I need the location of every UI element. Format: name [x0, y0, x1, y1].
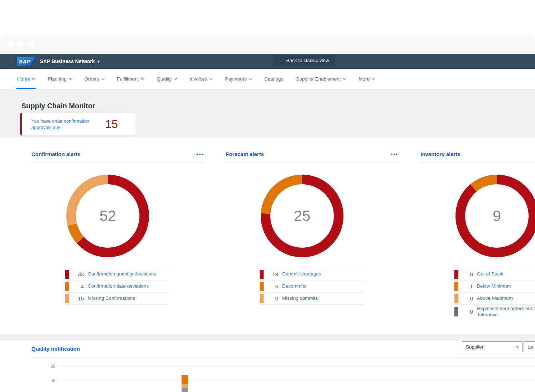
nav-item-label: Supplier Enablement	[296, 76, 341, 82]
main-nav: Home Planning Orders Fulfillment Quality…	[17, 69, 374, 89]
nav-item-orders[interactable]: Orders	[85, 69, 104, 89]
timeframe-filter-value: La	[528, 344, 533, 350]
chevron-down-icon	[32, 77, 36, 80]
section-header: Forecast alerts •••	[226, 146, 398, 163]
legend-row: 6 Decommits	[260, 280, 364, 293]
alert-section: Forecast alerts ••• 25 19 Commit shortag…	[216, 138, 398, 334]
order-confirmation-approvals-card[interactable]: You have order confirmation approvals du…	[20, 113, 136, 135]
gridline	[58, 381, 535, 381]
section-title-link[interactable]: Confirmation alerts	[31, 151, 81, 157]
stacked-bar-segment[interactable]	[182, 384, 188, 388]
quality-notification-title[interactable]: Quality notification	[31, 346, 80, 352]
legend-color-chip	[454, 282, 458, 291]
legend-count: 19	[268, 271, 278, 277]
donut-total-value: 9	[493, 207, 501, 225]
legend-count: 6	[268, 283, 278, 289]
nav-item-supplier-enablement[interactable]: Supplier Enablement	[296, 69, 346, 89]
nav-item-label: Planning	[48, 76, 67, 82]
chevron-down-icon	[343, 77, 346, 80]
shell-bar: SAP SAP Business Network ▾ ← Back to cla…	[0, 54, 535, 69]
nav-item-payments[interactable]: Payments	[225, 69, 251, 89]
window-control-dot[interactable]	[7, 41, 14, 47]
back-arrow-icon: ←	[279, 58, 284, 63]
legend-color-chip	[65, 282, 69, 291]
legend-color-chip	[65, 294, 69, 303]
back-to-classic-view-button[interactable]: ← Back to classic view	[273, 55, 335, 66]
nav-item-more[interactable]: More	[359, 69, 375, 89]
chevron-down-icon	[516, 344, 519, 348]
legend-link[interactable]: Above Maximum	[477, 295, 535, 301]
legend-row: 33 Confirmation quantity deviations	[65, 268, 169, 280]
section-header: Inventory alerts	[421, 146, 535, 163]
timeframe-filter-select[interactable]: La	[524, 341, 535, 352]
legend-row: 0 Missing commits	[260, 293, 364, 305]
donut-total-value: 25	[294, 207, 311, 225]
nav-bar: Home Planning Orders Fulfillment Quality…	[0, 69, 535, 89]
nav-item-label: Invoices	[189, 76, 207, 82]
chevron-down-icon	[141, 77, 144, 80]
supplier-filter-value: Supplier	[466, 344, 484, 350]
alert-legend: 19 Commit shortages 6 Decommits 0 Missin…	[260, 268, 364, 305]
donut-hole: 9	[465, 184, 529, 248]
stacked-bar-segment[interactable]	[182, 375, 188, 384]
stacked-bar-segment[interactable]	[182, 388, 188, 392]
alert-section: Confirmation alerts ••• 52 33 Confirmati…	[21, 138, 204, 334]
nav-item-invoices[interactable]: Invoices	[189, 69, 212, 89]
approvals-due-link[interactable]: You have order confirmation approvals du…	[31, 118, 101, 130]
gridline	[58, 366, 535, 367]
legend-link[interactable]: Missing commits	[282, 295, 364, 301]
y-axis-tick-label: 60	[45, 364, 55, 369]
supplier-filter-select[interactable]: Supplier	[462, 341, 523, 352]
legend-count: 0	[268, 295, 278, 301]
donut-hole: 25	[270, 184, 334, 248]
legend-link[interactable]: Below Minimum	[477, 283, 535, 289]
legend-link[interactable]: Confirmation quantity deviations	[88, 271, 169, 277]
donut-chart[interactable]: 52	[66, 175, 149, 257]
nav-item-catalogs[interactable]: Catalogs	[264, 69, 283, 89]
nav-item-planning[interactable]: Planning	[48, 69, 72, 89]
chevron-down-icon	[248, 77, 252, 80]
nav-item-label: Home	[17, 76, 30, 82]
product-switcher[interactable]: SAP Business Network ▾	[40, 54, 100, 69]
legend-color-chip	[260, 282, 264, 291]
nav-item-quality[interactable]: Quality	[157, 69, 177, 89]
legend-link[interactable]: Missing Confirmations	[88, 295, 169, 301]
legend-count: 15	[73, 295, 84, 301]
alert-legend: 33 Confirmation quantity deviations 4 Co…	[65, 268, 169, 305]
donut-chart[interactable]: 25	[261, 175, 343, 257]
overflow-menu-icon[interactable]: •••	[196, 151, 204, 157]
legend-link[interactable]: Replenishment orders out of Tolerance	[477, 306, 535, 318]
quality-section-divider	[31, 357, 535, 357]
chevron-down-icon	[174, 77, 177, 80]
overflow-menu-icon[interactable]: •••	[391, 151, 398, 157]
legend-color-chip	[260, 294, 264, 303]
legend-row: 0 Replenishment orders out of Tolerance	[454, 305, 535, 319]
legend-link[interactable]: Commit shortages	[282, 271, 364, 277]
donut-chart[interactable]: 9	[455, 175, 535, 257]
legend-count: 8	[462, 271, 473, 277]
nav-item-fulfillment[interactable]: Fulfillment	[117, 69, 144, 89]
nav-item-label: Quality	[157, 76, 172, 82]
legend-row: 4 Confirmation date deviations	[65, 280, 169, 293]
nav-item-label: Orders	[85, 76, 99, 82]
legend-link[interactable]: Decommits	[282, 283, 364, 289]
nav-item-label: Catalogs	[264, 76, 283, 82]
section-title-link[interactable]: Forecast alerts	[226, 151, 264, 157]
nav-item-label: More	[359, 76, 370, 82]
chevron-down-icon	[101, 77, 105, 80]
section-title-link[interactable]: Inventory alerts	[421, 151, 460, 157]
window-control-dot[interactable]	[17, 41, 24, 47]
legend-link[interactable]: Out of Stock	[477, 271, 535, 277]
page-title: Supply Chain Monitor	[21, 102, 95, 110]
approvals-due-count: 15	[105, 118, 118, 131]
donut-hole: 52	[76, 184, 139, 248]
nav-item-home[interactable]: Home	[17, 69, 35, 89]
legend-row: 1 Below Minimum	[454, 280, 535, 293]
legend-link[interactable]: Confirmation date deviations	[88, 283, 169, 289]
back-button-label: Back to classic view	[286, 58, 329, 63]
window-control-dot[interactable]	[28, 41, 34, 47]
legend-count: 0	[462, 295, 473, 301]
legend-count: 0	[462, 309, 473, 315]
nav-item-label: Fulfillment	[117, 76, 139, 82]
chevron-down-icon	[372, 77, 375, 80]
